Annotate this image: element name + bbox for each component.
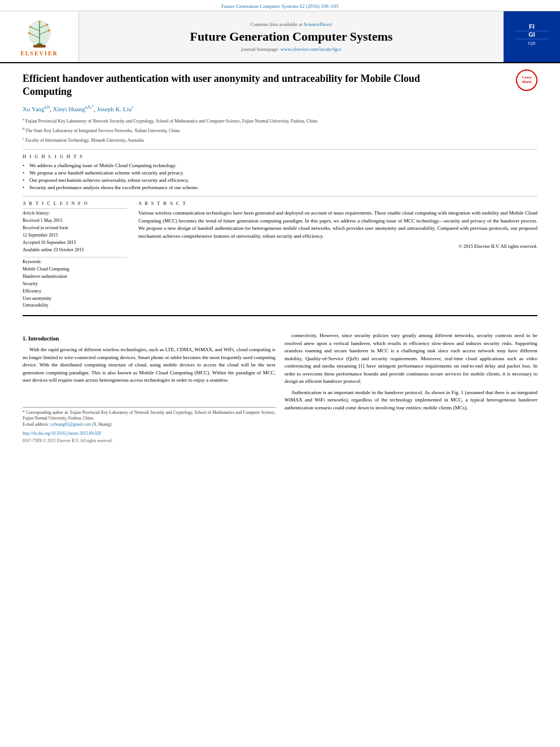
svg-text:C|S: C|S [528, 41, 536, 46]
corresponding-author-note: * Corresponding author at: Fujian Provin… [23, 410, 275, 422]
abstract-column: A B S T R A C T Various wireless communi… [138, 201, 537, 309]
svg-point-11 [38, 20, 41, 23]
svg-text:GI: GI [528, 31, 535, 38]
contents-available-line: Contents lists available at ScienceDirec… [251, 21, 333, 27]
keyword-6: Untraceability [23, 302, 127, 309]
divider-after-affiliations [23, 149, 537, 150]
keyword-4: Efficiency [23, 288, 127, 295]
crossmark-circle: CrossMark [516, 69, 537, 91]
affil-item-c: c Faculty of Information Technology, Mon… [23, 136, 537, 144]
author-3-sup: c [132, 104, 134, 110]
article-history-label: Article history: [23, 211, 127, 216]
received-revised-label: Received in revised form [23, 225, 127, 232]
svg-point-8 [47, 29, 50, 32]
author-1-name: Xu Yang [23, 105, 45, 112]
footnote-area: * Corresponding author at: Fujian Provin… [23, 407, 275, 444]
fgcs-badge-icon: FI GI C|S [509, 13, 554, 58]
issn-line: 0167-739X/© 2015 Elsevier B.V. All right… [23, 438, 275, 444]
fgcs-badge: FI GI C|S [509, 13, 554, 60]
keyword-1: Mobile Cloud Computing [23, 266, 127, 273]
accepted-date: Accepted 16 September 2015 [23, 239, 127, 247]
highlights-list: We address a challenging issue of Mobile… [23, 163, 537, 190]
highlight-item-4: Security and performance analysis shows … [23, 185, 537, 190]
intro-paragraph-1: With the rapid growing of different wire… [23, 346, 275, 385]
article-info-column: A R T I C L E I N F O Article history: R… [23, 201, 127, 309]
highlight-item-3: Our proposed mechanism achieves universa… [23, 177, 537, 183]
elsevier-brand-text: ELSEVIER [20, 50, 58, 56]
received-date: Received 1 May 2015 [23, 217, 127, 225]
keyword-3: Security [23, 281, 127, 288]
doi-line: http://dx.doi.org/10.1016/j.future.2015.… [23, 430, 275, 438]
body-text-area: 1. Introduction With the rapid growing o… [0, 326, 560, 449]
affil-item-b: b The State Key Laboratory of Integrated… [23, 126, 537, 134]
article-info-label: A R T I C L E I N F O [23, 201, 127, 206]
doi-link[interactable]: http://dx.doi.org/10.1016/j.future.2015.… [23, 431, 100, 436]
author-3-name: Joseph K. Liu [97, 105, 132, 112]
info-abstract-columns: A R T I C L E I N F O Article history: R… [23, 201, 537, 309]
authors-line: Xu Yanga,b, Xinyi Huanga,b,*, Joseph K. … [23, 104, 537, 112]
sciencedirect-link[interactable]: ScienceDirect [304, 21, 332, 27]
article-dates: Received 1 May 2015 Received in revised … [23, 217, 127, 254]
body-right-column: connectivity. However, since security po… [285, 332, 537, 444]
author-2-name: Xinyi Huang [53, 105, 85, 112]
svg-rect-12 [33, 45, 46, 47]
affil-item-a: a Fujian Provincial Key Laboratory of Ne… [23, 116, 537, 125]
email-link[interactable]: xyhuang81@gmail.com [50, 422, 91, 427]
divider-before-body [23, 315, 537, 316]
highlight-item-1: We address a challenging issue of Mobile… [23, 163, 537, 168]
keywords-label: Keywords: [23, 259, 127, 264]
abstract-label: A B S T R A C T [138, 201, 537, 206]
journal-citation-bar: Future Generation Computer Systems 62 (2… [0, 0, 560, 11]
elsevier-logo-area: ELSEVIER [0, 11, 79, 62]
highlights-label: H I G H L I G H T S [23, 154, 537, 159]
journal-citation-text: Future Generation Computer Systems 62 (2… [221, 3, 338, 9]
svg-point-7 [28, 32, 30, 34]
keyword-2: Handover authentication [23, 273, 127, 281]
journal-url-link[interactable]: www.elsevier.com/locate/fgcs [281, 46, 342, 52]
page-container: Future Generation Computer Systems 62 (2… [0, 0, 560, 449]
divider-after-highlights [23, 196, 537, 196]
becomes-word: becomes [183, 355, 201, 360]
body-left-column: 1. Introduction With the rapid growing o… [23, 332, 275, 444]
crossmark-badge[interactable]: CrossMark [516, 69, 537, 91]
revised-date: 12 September 2015 [23, 232, 127, 239]
highlights-section: H I G H L I G H T S We address a challen… [23, 154, 537, 190]
journal-title: Future Generation Computer Systems [190, 29, 392, 44]
author-1-sup: a,b [45, 104, 50, 110]
svg-text:FI: FI [529, 23, 535, 30]
intro-paragraph-2: connectivity. However, since security po… [285, 332, 537, 386]
journal-header-center: Contents lists available at ScienceDirec… [79, 11, 504, 62]
abstract-text: Various wireless communication technolog… [138, 209, 537, 240]
elsevier-logo: ELSEVIER [17, 18, 62, 56]
journal-header: ELSEVIER Contents lists available at Sci… [0, 11, 560, 63]
article-title: Efficient handover authentication with u… [23, 72, 463, 99]
email-footnote: E-mail address: xyhuang81@gmail.com (X. … [23, 422, 275, 428]
crossmark-text: CrossMark [522, 76, 531, 84]
section-1-heading: 1. Introduction [23, 334, 275, 343]
elsevier-tree-icon [17, 18, 62, 49]
svg-point-9 [29, 25, 31, 28]
copyright-line: © 2015 Elsevier B.V. All rights reserved… [138, 243, 537, 249]
article-history-section: Article history: Received 1 May 2015 Rec… [23, 208, 127, 254]
author-2-sup: a,b,* [85, 104, 94, 110]
keyword-5: User anonymity [23, 295, 127, 303]
svg-point-10 [46, 24, 48, 26]
fgcs-badge-area: FI GI C|S [504, 11, 560, 62]
section-1-title: Introduction [28, 335, 59, 342]
journal-homepage-line: journal homepage: www.elsevier.com/locat… [241, 46, 341, 52]
section-1-number: 1. [23, 335, 27, 342]
highlight-item-2: We propose a new handoff authentication … [23, 170, 537, 176]
available-date: Available online 23 October 2015 [23, 247, 127, 254]
intro-paragraph-3: Authentication is an important module in… [285, 389, 537, 412]
affiliations-block: a Fujian Provincial Key Laboratory of Ne… [23, 116, 537, 143]
keywords-section: Keywords: Mobile Cloud Computing Handove… [23, 257, 127, 309]
article-content: CrossMark Efficient handover authenticat… [0, 63, 560, 326]
